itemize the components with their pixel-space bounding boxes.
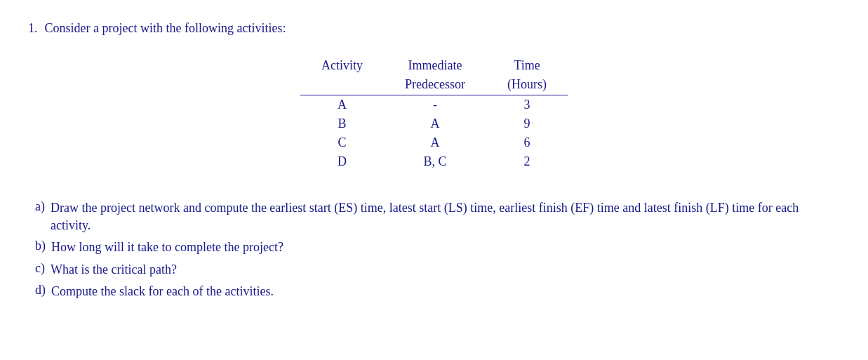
- table-row: C A 6: [300, 133, 568, 152]
- predecessor-c: A: [384, 133, 486, 152]
- sub-label-b: b): [35, 239, 46, 253]
- col-predecessor-header: Immediate: [384, 57, 486, 76]
- col-time-header: Time: [486, 57, 568, 76]
- col-activity-header: Activity: [300, 57, 384, 76]
- sub-questions: a) Draw the project network and compute …: [35, 199, 840, 300]
- predecessor-b: A: [384, 114, 486, 133]
- sub-question-d: d) Compute the slack for each of the act…: [35, 283, 840, 300]
- col-time-header2: (Hours): [486, 76, 568, 95]
- table-row: B A 9: [300, 114, 568, 133]
- sub-question-a: a) Draw the project network and compute …: [35, 199, 840, 234]
- sub-text-a: Draw the project network and compute the…: [51, 199, 840, 234]
- activity-d: D: [300, 152, 384, 171]
- sub-question-b: b) How long will it take to complete the…: [35, 239, 840, 256]
- predecessor-a: -: [384, 95, 486, 115]
- predecessor-d: B, C: [384, 152, 486, 171]
- sub-text-d: Compute the slack for each of the activi…: [51, 283, 274, 300]
- sub-label-d: d): [35, 283, 46, 298]
- time-c: 6: [486, 133, 568, 152]
- time-b: 9: [486, 114, 568, 133]
- activity-table: Activity Immediate Time Predecessor (Hou…: [300, 57, 568, 171]
- col-activity-header2: [300, 76, 384, 95]
- activity-b: B: [300, 114, 384, 133]
- question-intro: Consider a project with the following ac…: [45, 21, 286, 36]
- time-d: 2: [486, 152, 568, 171]
- col-predecessor-header2: Predecessor: [384, 76, 486, 95]
- question-header: 1. Consider a project with the following…: [28, 21, 840, 36]
- sub-label-a: a): [35, 199, 45, 214]
- sub-text-b: How long will it take to complete the pr…: [51, 239, 283, 256]
- table-wrapper: Activity Immediate Time Predecessor (Hou…: [28, 57, 840, 171]
- time-a: 3: [486, 95, 568, 115]
- table-header-row1: Activity Immediate Time: [300, 57, 568, 76]
- question-container: 1. Consider a project with the following…: [28, 21, 840, 300]
- table-row: D B, C 2: [300, 152, 568, 171]
- table-row: A - 3: [300, 95, 568, 115]
- table-header-row2: Predecessor (Hours): [300, 76, 568, 95]
- question-number: 1.: [28, 21, 38, 36]
- sub-question-c: c) What is the critical path?: [35, 261, 840, 279]
- sub-text-c: What is the critical path?: [51, 261, 177, 279]
- activity-c: C: [300, 133, 384, 152]
- activity-a: A: [300, 95, 384, 115]
- sub-label-c: c): [35, 261, 45, 276]
